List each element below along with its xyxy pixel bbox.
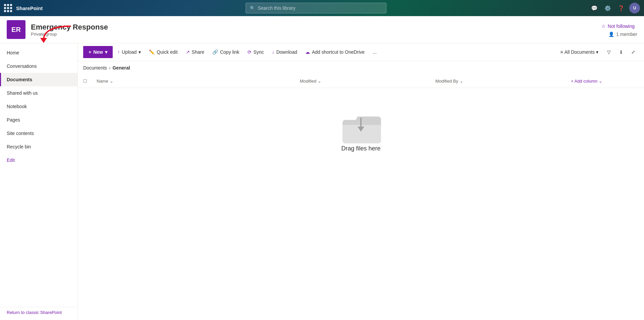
help-icon[interactable]: ❓: [616, 3, 627, 13]
filter-button[interactable]: ▽: [604, 46, 614, 58]
follow-label: Not following: [608, 24, 635, 29]
sidebar: Home Conversations Documents Shared with…: [0, 43, 78, 320]
more-button[interactable]: ...: [369, 46, 380, 58]
sync-label: Sync: [254, 49, 264, 55]
sync-icon: ⟳: [248, 49, 252, 55]
sidebar-item-recycle-bin[interactable]: Recycle bin: [0, 140, 77, 153]
site-header: ER Emergency Response Private group ☆ No…: [0, 16, 644, 43]
view-selector[interactable]: ≡ All Documents ▾: [558, 48, 601, 56]
expand-button[interactable]: ⤢: [628, 46, 639, 58]
column-modified[interactable]: Modified ⌄: [300, 79, 435, 84]
share-label: Share: [192, 49, 204, 55]
brand-name: SharePoint: [16, 5, 43, 11]
download-button[interactable]: ↓ Download: [269, 46, 301, 58]
sync-button[interactable]: ⟳ Sync: [244, 46, 267, 58]
plus-icon: +: [89, 49, 91, 55]
sidebar-item-conversations[interactable]: Conversations: [0, 59, 77, 73]
search-input[interactable]: [258, 5, 382, 11]
share-icon: ↗: [186, 49, 190, 55]
file-icon: ☐: [83, 79, 87, 84]
search-icon: 🔍: [250, 6, 255, 11]
upload-icon: ↑: [117, 49, 120, 55]
share-button[interactable]: ↗ Share: [182, 46, 208, 58]
main-layout: Home Conversations Documents Shared with…: [0, 43, 644, 320]
member-count: 👤 1 member: [608, 32, 637, 37]
site-title: Emergency Response: [31, 23, 599, 32]
sidebar-item-label: Shared with us: [7, 90, 38, 96]
settings-icon[interactable]: ⚙️: [602, 3, 613, 13]
download-label: Download: [276, 49, 297, 55]
return-classic-link[interactable]: Return to classic SharePoint: [7, 310, 71, 315]
modified-by-header: Modified By: [435, 79, 458, 84]
modified-sort-icon: ⌄: [318, 79, 321, 84]
onedrive-icon: ☁: [305, 49, 310, 55]
file-list: ☐ Name ⌄ Modified ⌄ Modified By ⌄ + Add …: [78, 75, 644, 320]
top-bar-actions: 💬 ⚙️ ❓ U: [589, 3, 640, 13]
info-button[interactable]: ℹ: [617, 46, 625, 58]
column-name[interactable]: Name ⌄: [97, 79, 300, 84]
site-subtitle: Private group: [31, 32, 599, 37]
quick-edit-label: Quick edit: [157, 49, 177, 55]
sidebar-item-shared-with-us[interactable]: Shared with us: [0, 86, 77, 100]
sidebar-item-label: Home: [7, 50, 19, 55]
more-label: ...: [373, 49, 377, 55]
column-modified-by[interactable]: Modified By ⌄: [435, 79, 571, 84]
modified-by-sort-icon: ⌄: [460, 79, 463, 84]
column-checkbox[interactable]: ☐: [83, 79, 97, 84]
content-area: + New ▾ ↑ Upload ▾ ✏️ Quick edit ↗ Share…: [78, 43, 644, 320]
svg-marker-0: [40, 38, 47, 43]
upload-button[interactable]: ↑ Upload ▾: [114, 46, 144, 58]
expand-icon: ⤢: [631, 49, 635, 55]
breadcrumb-parent[interactable]: Documents: [83, 65, 107, 71]
sidebar-item-notebook[interactable]: Notebook: [0, 100, 77, 113]
search-bar[interactable]: 🔍: [246, 3, 386, 13]
sidebar-edit-button[interactable]: Edit: [0, 153, 77, 167]
breadcrumb: Documents › General: [78, 61, 644, 75]
add-shortcut-button[interactable]: ☁ Add shortcut to OneDrive: [302, 46, 368, 58]
view-chevron-icon: ▾: [596, 49, 598, 55]
person-icon: 👤: [608, 32, 614, 37]
sidebar-bottom: Return to classic SharePoint: [0, 307, 77, 318]
site-logo: ER: [7, 20, 25, 39]
sidebar-item-label: Notebook: [7, 104, 27, 109]
sidebar-item-label: Site contents: [7, 131, 34, 136]
top-navigation-bar: SharePoint 🔍 💬 ⚙️ ❓ U: [0, 0, 644, 16]
sidebar-item-documents[interactable]: Documents: [0, 73, 77, 86]
upload-label: Upload: [122, 49, 137, 55]
modified-header: Modified: [300, 79, 316, 84]
copy-link-button[interactable]: 🔗 Copy link: [209, 46, 243, 58]
sidebar-item-home[interactable]: Home: [0, 46, 77, 59]
breadcrumb-separator: ›: [109, 65, 111, 71]
chevron-down-icon: ▾: [105, 49, 107, 55]
view-lines-icon: ≡: [560, 49, 563, 55]
toolbar-right: ≡ All Documents ▾ ▽ ℹ ⤢: [558, 46, 639, 58]
sidebar-item-pages[interactable]: Pages: [0, 113, 77, 127]
copy-link-label: Copy link: [220, 49, 239, 55]
app-launcher-button[interactable]: [4, 4, 12, 12]
chat-icon[interactable]: 💬: [589, 3, 600, 13]
member-count-label: 1 member: [616, 32, 637, 37]
sidebar-item-label: Recycle bin: [7, 144, 31, 149]
link-icon: 🔗: [212, 49, 218, 55]
quick-edit-button[interactable]: ✏️ Quick edit: [146, 46, 181, 58]
column-add[interactable]: + Add column ⌄: [571, 79, 639, 84]
new-button[interactable]: + New ▾: [83, 46, 113, 58]
user-avatar[interactable]: U: [629, 3, 640, 13]
file-list-header: ☐ Name ⌄ Modified ⌄ Modified By ⌄ + Add …: [78, 75, 644, 88]
search-container: 🔍: [47, 3, 585, 13]
sidebar-item-label: Documents: [7, 77, 32, 82]
site-header-right: ☆ Not following 👤 1 member: [599, 22, 637, 37]
edit-icon: ✏️: [149, 49, 155, 55]
follow-button[interactable]: ☆ Not following: [599, 22, 637, 30]
add-column-label: + Add column: [571, 79, 597, 84]
folder-illustration: [339, 108, 383, 145]
name-header: Name: [97, 79, 108, 84]
sidebar-item-site-contents[interactable]: Site contents: [0, 127, 77, 140]
star-icon: ☆: [601, 24, 606, 29]
drag-text: Drag files here: [341, 145, 380, 152]
add-column-chevron-icon: ⌄: [599, 79, 602, 84]
upload-chevron-icon: ▾: [139, 49, 141, 55]
empty-state: Drag files here: [78, 88, 644, 172]
toolbar: + New ▾ ↑ Upload ▾ ✏️ Quick edit ↗ Share…: [78, 43, 644, 61]
download-icon: ↓: [272, 49, 274, 55]
